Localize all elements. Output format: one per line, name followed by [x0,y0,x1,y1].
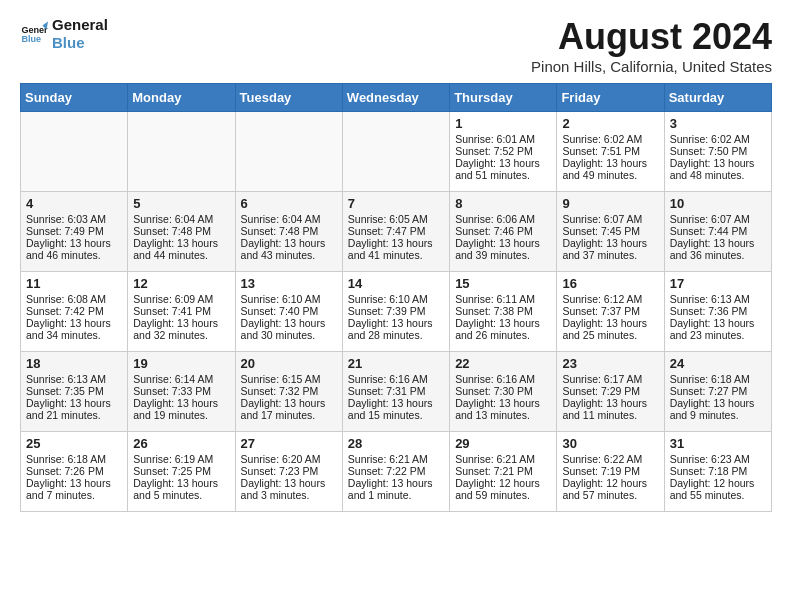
day-info: Daylight: 13 hours and 11 minutes. [562,397,658,421]
day-info: Daylight: 13 hours and 1 minute. [348,477,444,501]
day-number: 16 [562,276,658,291]
day-info: Sunrise: 6:16 AM [455,373,551,385]
day-info: Sunset: 7:37 PM [562,305,658,317]
day-info: Daylight: 13 hours and 3 minutes. [241,477,337,501]
day-number: 24 [670,356,766,371]
day-number: 9 [562,196,658,211]
day-info: Daylight: 13 hours and 17 minutes. [241,397,337,421]
calendar-cell [342,112,449,192]
day-info: Daylight: 13 hours and 15 minutes. [348,397,444,421]
logo-general: General [52,16,108,34]
day-number: 18 [26,356,122,371]
column-header-friday: Friday [557,84,664,112]
day-info: Sunset: 7:47 PM [348,225,444,237]
day-number: 14 [348,276,444,291]
calendar-week-row: 11Sunrise: 6:08 AMSunset: 7:42 PMDayligh… [21,272,772,352]
day-info: Sunset: 7:41 PM [133,305,229,317]
column-header-monday: Monday [128,84,235,112]
day-info: Sunrise: 6:05 AM [348,213,444,225]
calendar-week-row: 1Sunrise: 6:01 AMSunset: 7:52 PMDaylight… [21,112,772,192]
day-info: Sunset: 7:25 PM [133,465,229,477]
day-number: 6 [241,196,337,211]
day-info: Sunset: 7:31 PM [348,385,444,397]
calendar-cell: 2Sunrise: 6:02 AMSunset: 7:51 PMDaylight… [557,112,664,192]
day-number: 19 [133,356,229,371]
calendar-cell: 6Sunrise: 6:04 AMSunset: 7:48 PMDaylight… [235,192,342,272]
day-info: Sunset: 7:21 PM [455,465,551,477]
calendar-table: SundayMondayTuesdayWednesdayThursdayFrid… [20,83,772,512]
day-number: 3 [670,116,766,131]
day-number: 21 [348,356,444,371]
day-info: Sunset: 7:48 PM [133,225,229,237]
calendar-cell: 24Sunrise: 6:18 AMSunset: 7:27 PMDayligh… [664,352,771,432]
day-info: Sunset: 7:30 PM [455,385,551,397]
calendar-cell: 18Sunrise: 6:13 AMSunset: 7:35 PMDayligh… [21,352,128,432]
day-info: Sunrise: 6:07 AM [562,213,658,225]
day-info: Sunrise: 6:18 AM [26,453,122,465]
day-number: 15 [455,276,551,291]
day-info: Sunset: 7:51 PM [562,145,658,157]
calendar-cell: 1Sunrise: 6:01 AMSunset: 7:52 PMDaylight… [450,112,557,192]
day-info: Sunset: 7:32 PM [241,385,337,397]
day-info: Sunset: 7:35 PM [26,385,122,397]
calendar-cell: 17Sunrise: 6:13 AMSunset: 7:36 PMDayligh… [664,272,771,352]
day-number: 10 [670,196,766,211]
day-info: Daylight: 13 hours and 36 minutes. [670,237,766,261]
calendar-header-row: SundayMondayTuesdayWednesdayThursdayFrid… [21,84,772,112]
day-info: Daylight: 12 hours and 57 minutes. [562,477,658,501]
day-info: Sunrise: 6:10 AM [241,293,337,305]
day-info: Daylight: 13 hours and 21 minutes. [26,397,122,421]
day-info: Daylight: 13 hours and 13 minutes. [455,397,551,421]
calendar-cell: 13Sunrise: 6:10 AMSunset: 7:40 PMDayligh… [235,272,342,352]
day-info: Sunrise: 6:15 AM [241,373,337,385]
day-info: Sunrise: 6:04 AM [241,213,337,225]
calendar-cell: 30Sunrise: 6:22 AMSunset: 7:19 PMDayligh… [557,432,664,512]
month-year-title: August 2024 [531,16,772,58]
day-info: Daylight: 13 hours and 34 minutes. [26,317,122,341]
day-info: Sunrise: 6:18 AM [670,373,766,385]
calendar-cell: 11Sunrise: 6:08 AMSunset: 7:42 PMDayligh… [21,272,128,352]
day-info: Sunset: 7:40 PM [241,305,337,317]
calendar-cell [235,112,342,192]
day-info: Daylight: 13 hours and 43 minutes. [241,237,337,261]
day-info: Sunset: 7:18 PM [670,465,766,477]
day-info: Daylight: 12 hours and 55 minutes. [670,477,766,501]
day-info: Daylight: 13 hours and 44 minutes. [133,237,229,261]
day-info: Daylight: 13 hours and 19 minutes. [133,397,229,421]
day-info: Daylight: 13 hours and 51 minutes. [455,157,551,181]
column-header-sunday: Sunday [21,84,128,112]
calendar-cell: 27Sunrise: 6:20 AMSunset: 7:23 PMDayligh… [235,432,342,512]
day-info: Sunrise: 6:09 AM [133,293,229,305]
day-info: Sunset: 7:19 PM [562,465,658,477]
calendar-cell: 31Sunrise: 6:23 AMSunset: 7:18 PMDayligh… [664,432,771,512]
calendar-cell: 28Sunrise: 6:21 AMSunset: 7:22 PMDayligh… [342,432,449,512]
calendar-cell: 22Sunrise: 6:16 AMSunset: 7:30 PMDayligh… [450,352,557,432]
calendar-cell [128,112,235,192]
calendar-week-row: 18Sunrise: 6:13 AMSunset: 7:35 PMDayligh… [21,352,772,432]
logo-blue: Blue [52,34,108,52]
day-number: 25 [26,436,122,451]
calendar-cell: 26Sunrise: 6:19 AMSunset: 7:25 PMDayligh… [128,432,235,512]
day-info: Sunrise: 6:06 AM [455,213,551,225]
day-info: Daylight: 13 hours and 7 minutes. [26,477,122,501]
day-info: Sunrise: 6:10 AM [348,293,444,305]
day-info: Sunrise: 6:21 AM [455,453,551,465]
day-info: Sunrise: 6:23 AM [670,453,766,465]
day-info: Sunrise: 6:13 AM [26,373,122,385]
calendar-cell: 12Sunrise: 6:09 AMSunset: 7:41 PMDayligh… [128,272,235,352]
day-number: 5 [133,196,229,211]
title-block: August 2024 Pinon Hills, California, Uni… [531,16,772,75]
day-info: Sunrise: 6:19 AM [133,453,229,465]
page-header: General Blue General Blue August 2024 Pi… [20,16,772,75]
calendar-cell: 20Sunrise: 6:15 AMSunset: 7:32 PMDayligh… [235,352,342,432]
day-number: 13 [241,276,337,291]
calendar-cell: 8Sunrise: 6:06 AMSunset: 7:46 PMDaylight… [450,192,557,272]
day-info: Sunset: 7:38 PM [455,305,551,317]
calendar-cell: 14Sunrise: 6:10 AMSunset: 7:39 PMDayligh… [342,272,449,352]
day-number: 11 [26,276,122,291]
day-info: Sunset: 7:46 PM [455,225,551,237]
logo-icon: General Blue [20,20,48,48]
day-info: Sunrise: 6:14 AM [133,373,229,385]
day-info: Sunset: 7:36 PM [670,305,766,317]
calendar-week-row: 4Sunrise: 6:03 AMSunset: 7:49 PMDaylight… [21,192,772,272]
